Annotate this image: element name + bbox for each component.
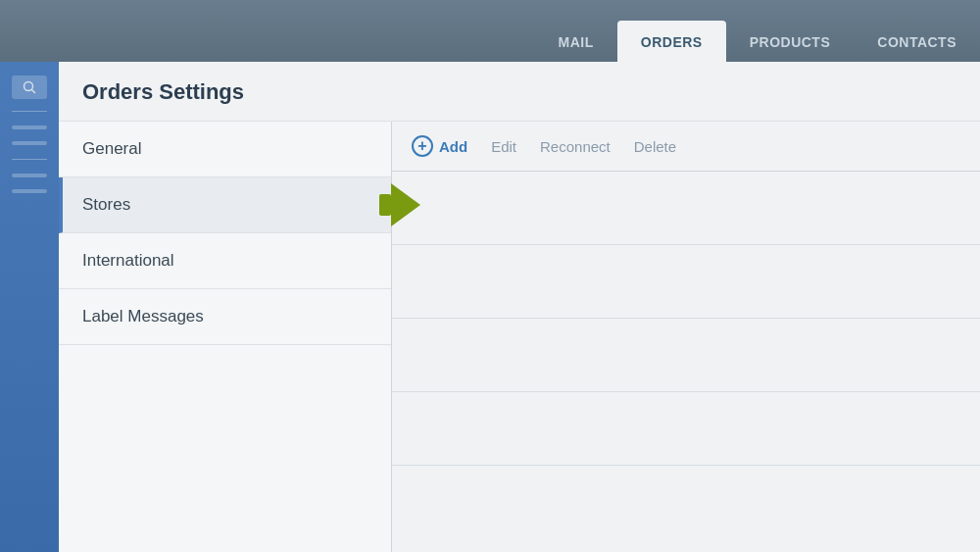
delete-button[interactable]: Delete (634, 138, 676, 155)
sidebar-item-label-messages[interactable]: Label Messages (59, 289, 391, 345)
content-dividers (392, 172, 980, 552)
svg-line-1 (32, 90, 36, 94)
content-row: General Stores International Label Messa… (59, 122, 980, 552)
sidebar-item-international[interactable]: International (59, 233, 391, 289)
edit-button[interactable]: Edit (491, 138, 516, 155)
divider-row-3 (392, 319, 980, 392)
page-title-bar: Orders Settings (59, 62, 980, 122)
divider-row-4 (392, 392, 980, 466)
content-panel: + Add Edit Reconnect Delete (392, 122, 980, 552)
strip-line-4 (12, 189, 47, 193)
divider-row-1 (392, 172, 980, 245)
strip-line-1 (12, 125, 47, 129)
settings-sidebar: General Stores International Label Messa… (59, 122, 392, 552)
search-strip (12, 75, 47, 99)
add-label: Add (439, 138, 467, 155)
add-button[interactable]: + Add (412, 135, 467, 157)
divider-row-2 (392, 245, 980, 319)
divider-row-5 (392, 466, 980, 539)
nav-item-mail[interactable]: MAIL (535, 21, 617, 62)
sidebar-item-stores[interactable]: Stores (59, 177, 391, 233)
sidebar-item-general[interactable]: General (59, 122, 391, 177)
content-toolbar: + Add Edit Reconnect Delete (392, 122, 980, 172)
page-title: Orders Settings (82, 79, 956, 105)
nav-item-products[interactable]: PRODUCTS (726, 21, 855, 62)
top-nav: MAIL ORDERS PRODUCTS CONTACTS (0, 0, 980, 62)
left-strip (0, 62, 59, 552)
strip-divider-1 (12, 111, 47, 112)
reconnect-button[interactable]: Reconnect (540, 138, 611, 155)
strip-line-2 (12, 141, 47, 145)
nav-item-orders[interactable]: ORDERS (617, 21, 726, 62)
add-circle-icon: + (412, 135, 433, 157)
svg-point-0 (24, 82, 33, 91)
strip-divider-2 (12, 159, 47, 160)
nav-item-contacts[interactable]: CONTACTS (854, 21, 980, 62)
stores-arrow (381, 183, 420, 226)
main-area: Orders Settings General Stores Internati… (59, 62, 980, 552)
strip-line-3 (12, 174, 47, 177)
